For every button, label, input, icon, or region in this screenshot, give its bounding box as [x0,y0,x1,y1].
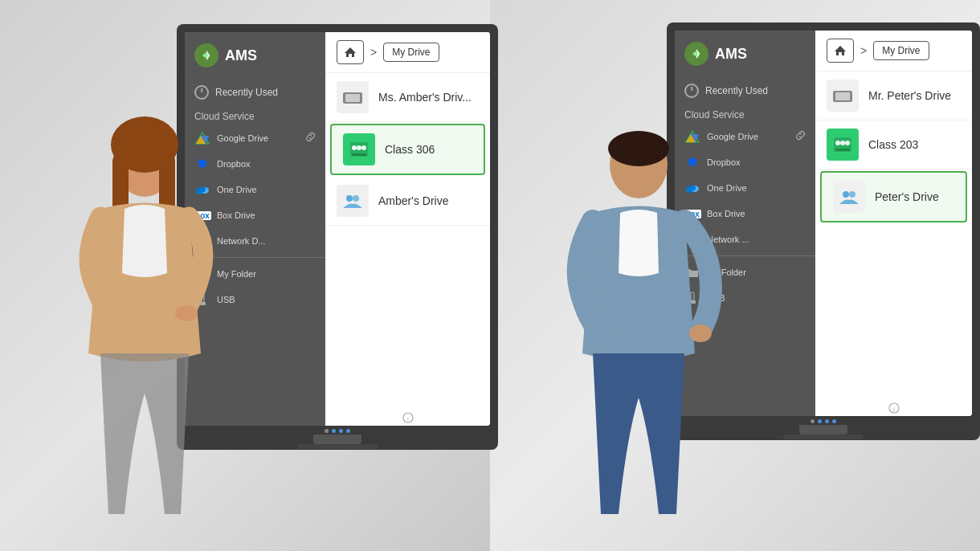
info-icon-right: i [815,400,972,416]
ams-header-right: AMS [675,31,815,77]
file-name-class306: Class 306 [385,143,435,156]
svg-rect-41 [835,92,850,100]
file-icon-peters-drive [833,181,865,213]
ams-title-left: AMS [225,47,257,64]
recently-used-left[interactable]: Recently Used [185,79,325,106]
dot1-left [325,429,329,433]
svg-text:i: i [407,415,409,422]
file-icon-ambers-drive [337,185,369,217]
svg-point-49 [849,191,855,198]
file-name-ambers-drive: Amber's Drive [378,194,448,207]
dot3-right [825,419,829,423]
person-left [32,112,257,538]
ams-logo-right [684,42,708,66]
ams-logo-left [194,43,218,67]
file-item-class306[interactable]: Class 306 [330,124,485,175]
clock-icon-right [684,84,699,98]
dot2-right [818,419,822,423]
file-icon-amber-drive [337,81,369,113]
breadcrumb-right: > My Drive [815,31,972,71]
ams-title-right: AMS [715,46,747,63]
monitor-base-left [297,444,378,449]
svg-point-23 [353,195,359,202]
file-list-left: Ms. Amber's Driv... Clas [325,73,490,410]
svg-rect-21 [352,153,366,156]
info-icon-left: i [325,410,490,426]
svg-point-19 [361,145,366,150]
svg-point-17 [352,145,357,150]
monitor-stand-right [799,425,847,435]
home-button-left[interactable] [337,40,364,64]
dot3-left [339,429,343,433]
svg-point-59 [689,324,712,342]
svg-text:i: i [893,406,895,413]
file-name-peters-drive: Peter's Drive [875,190,939,203]
svg-rect-47 [835,149,850,151]
file-icon-class203 [827,129,859,161]
recently-used-right[interactable]: Recently Used [675,77,815,104]
svg-point-43 [835,141,840,145]
svg-marker-13 [345,47,356,57]
link-icon-right [795,130,806,143]
svg-point-48 [843,191,849,198]
svg-marker-39 [835,46,846,55]
file-item-amber-drive[interactable]: Ms. Amber's Driv... [325,73,490,122]
main-content-right: > My Drive Mr. Peter's Drive [815,31,972,416]
person-right [530,120,747,530]
link-icon-left [305,132,316,145]
file-name-class203: Class 203 [868,138,918,151]
my-drive-button-right[interactable]: My Drive [873,41,929,60]
my-drive-button-left[interactable]: My Drive [383,43,439,62]
home-button-right[interactable] [827,39,854,63]
main-content-left: > My Drive Ms. Amber's Driv... [325,32,490,426]
breadcrumb-chevron-right: > [860,44,867,57]
file-item-ambers-drive[interactable]: Amber's Drive [325,177,490,226]
svg-point-22 [346,195,353,202]
monitor-stand-left [313,435,361,444]
svg-point-45 [845,141,850,145]
file-icon-class306 [343,133,375,165]
svg-point-56 [175,305,198,321]
dot1-right [811,419,815,423]
breadcrumb-chevron-left: > [370,46,377,59]
dot2-left [332,429,336,433]
monitor-base-right [783,435,864,439]
breadcrumb-left: > My Drive [325,32,490,73]
file-item-peters-drive[interactable]: Peter's Drive [820,171,967,222]
file-item-peter-drive[interactable]: Mr. Peter's Drive [815,71,972,120]
file-name-amber-drive: Ms. Amber's Driv... [378,91,472,104]
svg-point-58 [608,131,669,166]
dot4-left [346,429,350,433]
file-item-class203[interactable]: Class 203 [815,120,972,169]
svg-point-18 [357,145,361,150]
clock-icon-left [194,85,209,100]
file-list-right: Mr. Peter's Drive Class [815,71,972,400]
dot4-right [832,419,836,423]
file-name-peter-drive: Mr. Peter's Drive [868,89,951,102]
file-icon-peter-drive [827,80,859,112]
ams-header-left: AMS [185,32,325,79]
svg-rect-15 [345,94,360,102]
svg-point-44 [840,141,845,145]
